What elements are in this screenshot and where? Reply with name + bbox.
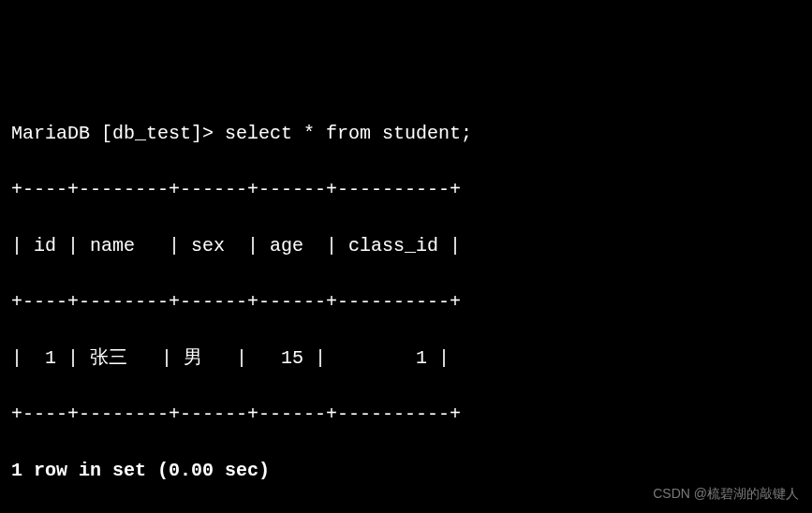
table-header-row: | id | name | sex | age | class_id | [11, 232, 801, 260]
result-summary: 1 row in set (0.00 sec) [11, 457, 801, 485]
table-data-row: | 1 | 张三 | 男 | 15 | 1 | [11, 344, 801, 373]
watermark-text: CSDN @梳碧湖的敲键人 [653, 484, 799, 504]
terminal-line-prompt-1[interactable]: MariaDB [db_test]> select * from student… [11, 120, 801, 148]
table-border: +----+--------+------+------+----------+ [11, 176, 801, 204]
table-border: +----+--------+------+------+----------+ [11, 288, 801, 316]
db-prompt: MariaDB [db_test]> [11, 123, 225, 144]
table-border: +----+--------+------+------+----------+ [11, 401, 801, 429]
sql-command: select * from student; [225, 123, 472, 144]
